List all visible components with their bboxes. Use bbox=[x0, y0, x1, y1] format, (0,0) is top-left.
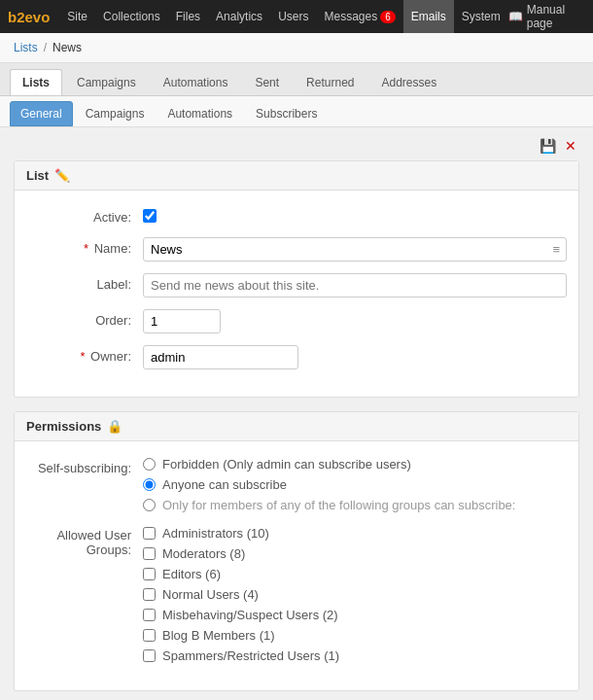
nav-site[interactable]: Site bbox=[59, 0, 95, 33]
group-normal-users: Normal Users (4) bbox=[143, 587, 567, 602]
label-row: Label: bbox=[26, 273, 567, 298]
list-panel-header: List ✏️ bbox=[15, 161, 578, 191]
owner-row: * Owner: bbox=[26, 345, 567, 369]
tab-lists[interactable]: Lists bbox=[10, 69, 62, 95]
group-misbehaving-checkbox[interactable] bbox=[143, 609, 156, 621]
subtab-automations[interactable]: Automations bbox=[157, 101, 243, 126]
tab-sent[interactable]: Sent bbox=[242, 69, 292, 95]
list-panel-title: List bbox=[26, 168, 49, 183]
self-subscribing-label: Self-subscribing: bbox=[26, 457, 143, 475]
save-icon[interactable]: 💾 bbox=[539, 137, 556, 155]
active-label: Active: bbox=[26, 206, 143, 225]
book-icon: 📖 bbox=[508, 10, 523, 23]
allowed-groups-checkbox-group: Administrators (10) Moderators (8) Edito… bbox=[143, 526, 567, 663]
nav-emails[interactable]: Emails bbox=[403, 0, 454, 33]
breadcrumb-lists[interactable]: Lists bbox=[14, 41, 38, 54]
nav-collections[interactable]: Collections bbox=[95, 0, 168, 33]
secondary-tab-bar: General Campaigns Automations Subscriber… bbox=[0, 96, 593, 127]
permissions-panel-header: Permissions 🔒 bbox=[15, 412, 578, 441]
self-subscribing-field: Forbidden (Only admin can subscribe user… bbox=[143, 457, 567, 512]
brand-logo: b2evo bbox=[8, 9, 50, 25]
owner-label: * Owner: bbox=[26, 345, 143, 364]
name-label: * Name: bbox=[26, 237, 143, 256]
owner-field bbox=[143, 345, 567, 369]
active-checkbox[interactable] bbox=[143, 209, 157, 223]
name-field: ≡ bbox=[143, 237, 567, 262]
permissions-panel-body: Self-subscribing: Forbidden (Only admin … bbox=[15, 441, 578, 690]
nav-messages[interactable]: Messages 6 bbox=[316, 0, 402, 33]
group-blog-b: Blog B Members (1) bbox=[143, 628, 567, 643]
order-row: Order: bbox=[26, 309, 567, 333]
radio-anyone-label: Anyone can subscribe bbox=[162, 477, 287, 492]
group-normal-users-label: Normal Users (4) bbox=[162, 587, 259, 602]
active-field bbox=[143, 206, 567, 226]
label-input[interactable] bbox=[143, 273, 567, 298]
subtab-campaigns[interactable]: Campaigns bbox=[75, 101, 156, 126]
label-field bbox=[143, 273, 567, 298]
group-editors-label: Editors (6) bbox=[162, 567, 221, 581]
nav-system[interactable]: System bbox=[454, 0, 508, 33]
group-blog-b-label: Blog B Members (1) bbox=[162, 628, 275, 643]
group-moderators-label: Moderators (8) bbox=[162, 546, 245, 561]
self-subscribing-row: Self-subscribing: Forbidden (Only admin … bbox=[26, 457, 567, 512]
radio-anyone-input[interactable] bbox=[143, 478, 156, 491]
order-input[interactable] bbox=[143, 309, 221, 333]
permissions-icon: 🔒 bbox=[107, 419, 122, 434]
main-content: 💾 ✕ List ✏️ Active: * Name: bbox=[0, 127, 593, 700]
radio-forbidden-label: Forbidden (Only admin can subscribe user… bbox=[162, 457, 411, 472]
permissions-panel: Permissions 🔒 Self-subscribing: Forbidde… bbox=[14, 411, 579, 691]
allowed-groups-label: Allowed User Groups: bbox=[26, 524, 143, 557]
group-spammers-checkbox[interactable] bbox=[143, 649, 156, 662]
group-spammers-label: Spammers/Restricted Users (1) bbox=[162, 648, 339, 663]
list-panel: List ✏️ Active: * Name: ≡ bbox=[14, 160, 579, 398]
radio-forbidden: Forbidden (Only admin can subscribe user… bbox=[143, 457, 567, 472]
subtab-general[interactable]: General bbox=[10, 101, 73, 126]
group-administrators-checkbox[interactable] bbox=[143, 527, 156, 540]
radio-groups-label: Only for members of any of the following… bbox=[162, 498, 515, 512]
label-label: Label: bbox=[26, 273, 143, 292]
messages-badge: 6 bbox=[380, 11, 396, 23]
allowed-groups-field: Administrators (10) Moderators (8) Edito… bbox=[143, 524, 567, 663]
group-editors-checkbox[interactable] bbox=[143, 568, 156, 580]
order-field bbox=[143, 309, 567, 333]
name-field-icon: ≡ bbox=[552, 242, 560, 257]
group-spammers: Spammers/Restricted Users (1) bbox=[143, 648, 567, 663]
name-input-wrapper: ≡ bbox=[143, 237, 567, 262]
subtab-subscribers[interactable]: Subscribers bbox=[245, 101, 328, 126]
permissions-panel-title: Permissions bbox=[26, 419, 101, 434]
edit-icon: ✏️ bbox=[54, 168, 70, 183]
group-editors: Editors (6) bbox=[143, 567, 567, 581]
tab-campaigns[interactable]: Campaigns bbox=[64, 69, 149, 95]
name-required-star: * bbox=[84, 241, 88, 256]
self-subscribing-radio-group: Forbidden (Only admin can subscribe user… bbox=[143, 457, 567, 512]
breadcrumb: Lists / News bbox=[0, 33, 593, 63]
group-normal-users-checkbox[interactable] bbox=[143, 588, 156, 601]
group-moderators-checkbox[interactable] bbox=[143, 547, 156, 560]
group-blog-b-checkbox[interactable] bbox=[143, 629, 156, 642]
owner-input[interactable] bbox=[143, 345, 298, 369]
group-administrators: Administrators (10) bbox=[143, 526, 567, 541]
tab-addresses[interactable]: Addresses bbox=[368, 69, 449, 95]
primary-tab-bar: Lists Campaigns Automations Sent Returne… bbox=[0, 63, 593, 96]
nav-analytics[interactable]: Analytics bbox=[208, 0, 270, 33]
breadcrumb-current: News bbox=[52, 41, 82, 54]
order-label: Order: bbox=[26, 309, 143, 328]
tab-automations[interactable]: Automations bbox=[151, 69, 241, 95]
manual-page-link[interactable]: 📖 Manual page bbox=[508, 3, 585, 30]
tab-returned[interactable]: Returned bbox=[294, 69, 366, 95]
radio-groups-input[interactable] bbox=[143, 499, 156, 511]
active-row: Active: bbox=[26, 206, 567, 226]
toolbar-icons: 💾 ✕ bbox=[14, 137, 579, 155]
name-input[interactable] bbox=[143, 237, 567, 262]
top-navigation: b2evo Site Collections Files Analytics U… bbox=[0, 0, 593, 33]
breadcrumb-separator: / bbox=[44, 41, 47, 54]
nav-users[interactable]: Users bbox=[270, 0, 316, 33]
name-row: * Name: ≡ bbox=[26, 237, 567, 262]
nav-files[interactable]: Files bbox=[168, 0, 208, 33]
group-misbehaving: Misbehaving/Suspect Users (2) bbox=[143, 608, 567, 622]
group-administrators-label: Administrators (10) bbox=[162, 526, 269, 541]
radio-forbidden-input[interactable] bbox=[143, 458, 156, 471]
group-misbehaving-label: Misbehaving/Suspect Users (2) bbox=[162, 608, 338, 622]
list-panel-body: Active: * Name: ≡ bbox=[15, 191, 578, 397]
close-icon[interactable]: ✕ bbox=[562, 137, 579, 155]
